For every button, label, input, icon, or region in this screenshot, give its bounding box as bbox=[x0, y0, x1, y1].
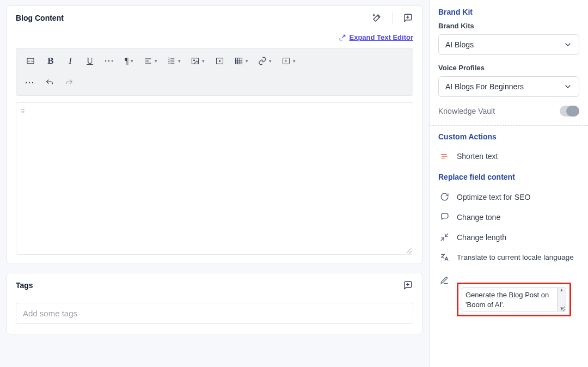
ai-wand-icon[interactable] bbox=[371, 13, 382, 23]
collapse-icon bbox=[438, 233, 450, 242]
voice-profiles-label: Voice Profiles bbox=[438, 64, 579, 72]
undo-icon[interactable] bbox=[41, 75, 58, 91]
svg-line-25 bbox=[445, 234, 448, 236]
hash-icon[interactable]: # ▾ bbox=[278, 53, 299, 69]
underline-icon[interactable]: U bbox=[82, 53, 98, 69]
source-code-icon[interactable] bbox=[22, 53, 39, 69]
add-tag-comment-icon[interactable] bbox=[402, 280, 413, 291]
list-icon[interactable]: 123 ▾ bbox=[164, 53, 184, 69]
optimize-seo-action[interactable]: Optimize text for SEO bbox=[438, 187, 579, 207]
voice-profiles-value: AI Blogs For Beginners bbox=[445, 82, 524, 91]
more-actions-icon[interactable]: ··· bbox=[22, 75, 38, 91]
add-comment-icon[interactable] bbox=[402, 13, 413, 23]
drag-handle-icon[interactable]: ⠿ bbox=[21, 108, 26, 115]
refresh-icon bbox=[438, 192, 450, 201]
tags-input[interactable] bbox=[23, 309, 406, 318]
svg-rect-16 bbox=[236, 58, 242, 64]
table-icon[interactable]: ▾ bbox=[231, 53, 252, 69]
custom-prompt-input[interactable]: Generate the Blog Post on 'Boom of AI'. bbox=[462, 288, 557, 311]
image-icon[interactable]: ▾ bbox=[187, 53, 208, 69]
voice-profiles-select[interactable]: AI Blogs For Beginners bbox=[438, 76, 579, 97]
replace-content-heading: Replace field content bbox=[438, 173, 579, 181]
change-tone-action[interactable]: Change tone bbox=[438, 207, 579, 227]
editor-toolbar: B I U ··· ¶▾ ▾ 123 ▾ bbox=[16, 48, 413, 96]
chevron-down-icon bbox=[564, 82, 572, 91]
shorten-icon bbox=[438, 152, 450, 161]
bold-icon[interactable]: B bbox=[42, 53, 59, 69]
custom-actions-heading: Custom Actions bbox=[438, 132, 579, 141]
paragraph-icon[interactable]: ¶▾ bbox=[121, 53, 137, 69]
optimize-seo-label: Optimize text for SEO bbox=[457, 193, 530, 201]
knowledge-vault-label: Knowledge Vault bbox=[438, 107, 495, 115]
align-icon[interactable]: ▾ bbox=[140, 53, 161, 69]
expand-text-editor-label: Expand Text Editor bbox=[350, 33, 414, 41]
brand-kits-select[interactable]: AI Blogs bbox=[438, 34, 579, 55]
link-icon[interactable]: ▾ bbox=[255, 53, 275, 69]
svg-text:#: # bbox=[285, 59, 287, 64]
header-divider bbox=[392, 13, 393, 23]
expand-text-editor-link[interactable]: Expand Text Editor bbox=[339, 33, 414, 41]
brand-kits-label: Brand Kits bbox=[438, 22, 579, 30]
shorten-text-action[interactable]: Shorten text bbox=[438, 146, 579, 166]
change-tone-label: Change tone bbox=[457, 213, 500, 222]
blog-content-title: Blog Content bbox=[16, 14, 64, 22]
redo-icon[interactable] bbox=[61, 75, 77, 91]
editor-textarea[interactable]: ⠿ bbox=[16, 102, 413, 255]
translate-action[interactable]: Translate to current locale language bbox=[438, 247, 579, 267]
sidebar-divider bbox=[430, 125, 588, 126]
resize-handle-icon[interactable] bbox=[405, 247, 412, 253]
tags-title: Tags bbox=[16, 281, 33, 290]
svg-text:3: 3 bbox=[168, 62, 170, 64]
svg-line-26 bbox=[441, 238, 444, 241]
custom-prompt-highlight: Generate the Blog Post on 'Boom of AI'. … bbox=[457, 283, 571, 316]
tags-card: Tags bbox=[7, 273, 422, 334]
pencil-icon bbox=[438, 276, 450, 285]
brand-kits-value: AI Blogs bbox=[445, 40, 474, 49]
svg-marker-15 bbox=[219, 60, 221, 62]
blog-content-card: Blog Content Expand Text Editor bbox=[7, 5, 422, 264]
resize-handle-icon[interactable] bbox=[559, 304, 566, 311]
svg-rect-12 bbox=[192, 58, 199, 64]
svg-rect-2 bbox=[27, 58, 34, 63]
translate-label: Translate to current locale language bbox=[457, 253, 574, 261]
italic-icon[interactable]: I bbox=[62, 53, 78, 69]
svg-point-13 bbox=[194, 60, 195, 61]
translate-icon bbox=[438, 253, 450, 262]
change-length-action[interactable]: Change length bbox=[438, 227, 579, 247]
knowledge-vault-toggle[interactable] bbox=[560, 106, 579, 117]
chat-icon bbox=[438, 212, 450, 222]
shorten-text-label: Shorten text bbox=[457, 152, 498, 161]
right-sidebar: Brand Kit Brand Kits AI Blogs Voice Prof… bbox=[429, 0, 588, 367]
change-length-label: Change length bbox=[457, 233, 506, 242]
scrollbar[interactable]: ▲ ▼ bbox=[557, 288, 566, 311]
chevron-down-icon bbox=[564, 40, 572, 49]
more-formatting-icon[interactable]: ··· bbox=[101, 53, 118, 69]
brand-kit-heading: Brand Kit bbox=[438, 8, 579, 16]
media-icon[interactable] bbox=[211, 53, 228, 69]
